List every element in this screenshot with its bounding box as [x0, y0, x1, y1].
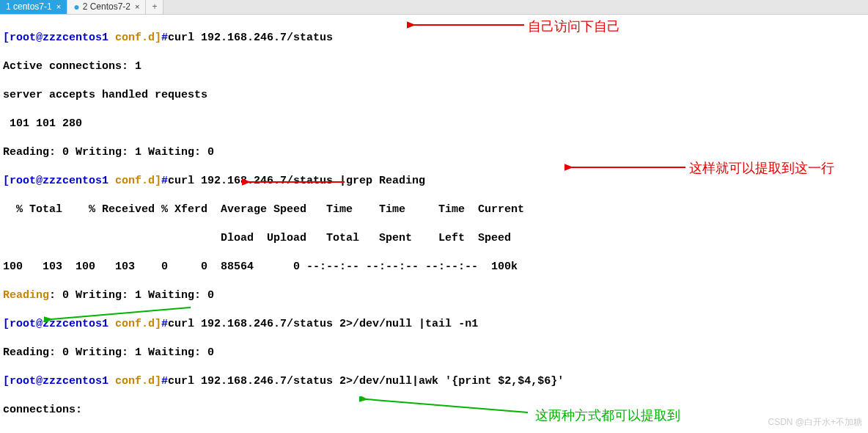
prompt-hash: #: [161, 175, 168, 187]
tab-label: 2 Centos7-2: [83, 1, 130, 13]
output-line: server accepts handled requests: [3, 88, 865, 103]
output-line: % Total % Received % Xferd Average Speed…: [3, 203, 865, 217]
prompt-path: conf.d]: [115, 375, 161, 387]
close-icon[interactable]: ×: [56, 1, 61, 12]
arrow-icon: [359, 396, 528, 415]
tab-bar: 1 centos7-1 × ● 2 Centos7-2 × +: [0, 0, 868, 15]
tab-label: 1 centos7-1: [6, 1, 52, 13]
tab-centos7-1[interactable]: 1 centos7-1 ×: [0, 0, 67, 14]
output-line: 100 103 100 103 0 0 88564 0 --:--:-- --:…: [3, 260, 865, 274]
command-3: curl 192.168.246.7/status 2>/dev/null |t…: [168, 318, 478, 330]
annotation-3: 这两种方式都可以提取到: [535, 407, 680, 424]
output-line: Reading: 0 Writing: 1 Waiting: 0: [3, 346, 865, 360]
output-line: : 0 Writing: 1 Waiting: 0: [49, 289, 221, 302]
annotation-2: 这样就可以提取到这一行: [689, 160, 834, 177]
arrow-icon: [44, 305, 191, 322]
arrow-icon: [407, 19, 524, 31]
output-line: 101 101 280: [3, 117, 865, 131]
arrow-icon: [564, 161, 685, 173]
prompt-hash: #: [161, 32, 168, 44]
output-line: Reading: 0 Writing: 1 Waiting: 0: [3, 145, 865, 160]
status-dot-icon: ●: [73, 0, 79, 13]
new-tab-button[interactable]: +: [146, 0, 163, 14]
svg-line-6: [367, 399, 528, 412]
prompt-user: [root@zzzcentos1: [3, 175, 115, 187]
annotation-1: 自己访问下自己: [528, 18, 620, 35]
svg-line-5: [51, 308, 191, 319]
tab-centos7-2[interactable]: ● 2 Centos7-2 ×: [67, 0, 146, 14]
command-4: curl 192.168.246.7/status 2>/dev/null|aw…: [168, 375, 564, 387]
prompt-user: [root@zzzcentos1: [3, 375, 115, 387]
grep-match: Reading: [3, 289, 49, 302]
prompt-path: conf.d]: [115, 32, 161, 44]
prompt-path: conf.d]: [115, 175, 161, 187]
arrow-icon: [242, 176, 345, 188]
command-1: curl 192.168.246.7/status: [168, 32, 333, 44]
output-line: Dload Upload Total Spent Left Speed: [3, 231, 865, 246]
output-line: Active connections: 1: [3, 59, 865, 74]
terminal[interactable]: [root@zzzcentos1 conf.d]#curl 192.168.24…: [0, 15, 868, 433]
prompt-user: [root@zzzcentos1: [3, 32, 115, 44]
close-icon[interactable]: ×: [135, 1, 139, 12]
watermark: CSDN @白开水+不加糖: [768, 417, 862, 429]
prompt-hash: #: [161, 375, 168, 387]
